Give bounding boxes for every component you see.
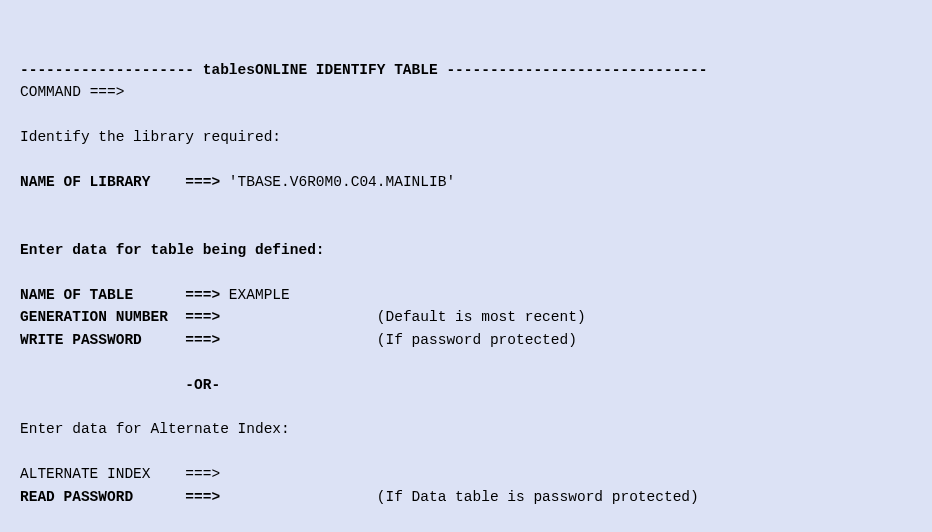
library-name-arrow: ===> [185, 174, 220, 190]
header-dashes-left: -------------------- [20, 62, 194, 78]
generation-number-arrow: ===> [185, 309, 220, 325]
command-arrow: ===> [90, 84, 125, 100]
command-label: COMMAND [20, 84, 81, 100]
read-password-hint: (If Data table is password protected) [377, 489, 699, 505]
write-password-label: WRITE PASSWORD [20, 332, 142, 348]
table-name-input[interactable]: EXAMPLE [229, 287, 290, 303]
read-password-arrow: ===> [185, 489, 220, 505]
library-name-label: NAME OF LIBRARY [20, 174, 151, 190]
library-name-input[interactable]: 'TBASE.V6R0M0.C04.MAINLIB' [229, 174, 455, 190]
define-table-prompt: Enter data for table being defined: [20, 242, 325, 258]
header-title: tablesONLINE IDENTIFY TABLE [203, 62, 438, 78]
alternate-index-prompt: Enter data for Alternate Index: [20, 421, 290, 437]
table-name-label: NAME OF TABLE [20, 287, 133, 303]
read-password-label: READ PASSWORD [20, 489, 133, 505]
generation-number-hint: (Default is most recent) [377, 309, 586, 325]
alternate-index-label: ALTERNATE INDEX [20, 466, 151, 482]
alternate-index-arrow: ===> [185, 466, 220, 482]
write-password-arrow: ===> [185, 332, 220, 348]
header-dashes-right: ------------------------------ [446, 62, 707, 78]
identify-library-prompt: Identify the library required: [20, 129, 281, 145]
write-password-hint: (If password protected) [377, 332, 577, 348]
generation-number-label: GENERATION NUMBER [20, 309, 168, 325]
table-name-arrow: ===> [185, 287, 220, 303]
or-separator: -OR- [185, 377, 220, 393]
